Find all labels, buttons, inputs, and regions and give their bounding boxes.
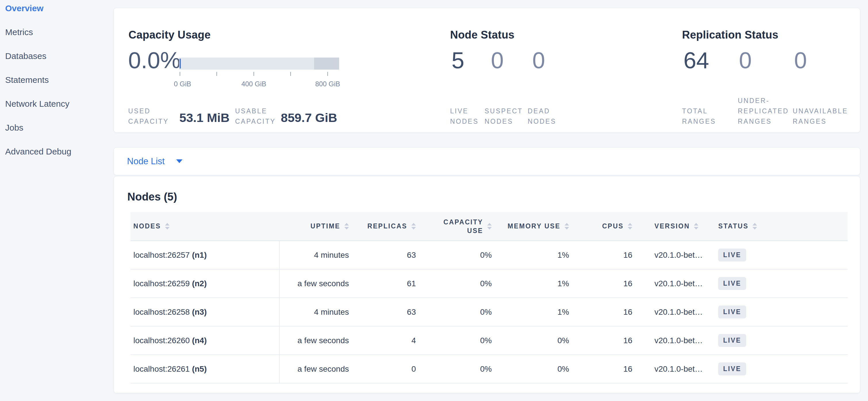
axis-tick	[216, 72, 217, 76]
memory-use-cell: 0%	[495, 355, 572, 383]
column-header-version[interactable]: VERSION	[635, 212, 717, 241]
status-badge: LIVE	[718, 277, 746, 290]
replicas-cell: 63	[352, 241, 419, 269]
live-nodes-label: LIVE NODES	[450, 106, 483, 126]
sort-icon	[487, 223, 492, 230]
column-header-status[interactable]: STATUS	[717, 212, 847, 241]
node-address[interactable]: localhost:26258	[133, 308, 190, 316]
status-cell: LIVE	[717, 355, 847, 383]
axis-tick	[328, 72, 328, 76]
node-id: (n1)	[192, 251, 207, 259]
sort-icon	[564, 223, 569, 230]
table-row: localhost:26259 (n2) a few seconds 61 0%…	[130, 269, 847, 298]
sidebar-item-network-latency[interactable]: Network Latency	[5, 99, 114, 108]
column-header-replicas[interactable]: REPLICAS	[352, 212, 419, 241]
node-id: (n5)	[192, 365, 207, 373]
usable-capacity-value: 859.7 GiB	[281, 111, 337, 125]
nodes-section-title: Nodes (5)	[127, 191, 177, 203]
column-header-memory-use[interactable]: MEMORY USE	[495, 212, 572, 241]
status-badge: LIVE	[718, 363, 746, 375]
capacity-use-cell: 0%	[419, 269, 495, 298]
status-cell: LIVE	[717, 241, 847, 269]
node-address-cell[interactable]: localhost:26261 (n5)	[130, 355, 279, 383]
column-header-uptime[interactable]: UPTIME	[279, 212, 352, 241]
version-cell: v20.1.0-bet…	[635, 241, 717, 269]
admin-ui-page: Overview Metrics Databases Statements Ne…	[0, 0, 868, 401]
capacity-usage-title: Capacity Usage	[128, 29, 211, 41]
dead-nodes-count: 0	[532, 48, 545, 73]
table-row: localhost:26261 (n5) a few seconds 0 0% …	[130, 355, 847, 383]
column-header-capacity-use[interactable]: CAPACITY USE	[419, 212, 495, 241]
capacity-bar-axis: 0 GiB 400 GiB 800 GiB	[179, 72, 339, 92]
cpus-cell: 16	[572, 241, 635, 269]
main-content: Capacity Usage 0.0% 0 GiB 400 GiB 800 Gi…	[114, 0, 868, 401]
sidebar-item-statements[interactable]: Statements	[5, 76, 114, 84]
sidebar-item-jobs[interactable]: Jobs	[5, 123, 114, 132]
node-address[interactable]: localhost:26260	[133, 336, 190, 345]
node-id: (n2)	[192, 279, 207, 288]
node-id: (n3)	[192, 308, 207, 316]
sidebar-item-advanced-debug[interactable]: Advanced Debug	[5, 147, 114, 156]
capacity-bar-right-segment	[314, 58, 339, 69]
capacity-bar-used-marker	[180, 59, 181, 68]
column-header-label: STATUS	[718, 222, 748, 230]
memory-use-cell: 1%	[495, 269, 572, 298]
sidebar-item-overview[interactable]: Overview	[5, 4, 114, 13]
unavailable-ranges-count: 0	[794, 48, 807, 73]
axis-tick-label: 800 GiB	[315, 80, 340, 88]
column-header-nodes[interactable]: NODES	[130, 212, 279, 241]
status-cell: LIVE	[717, 269, 847, 298]
column-header-label: VERSION	[654, 222, 690, 230]
status-badge: LIVE	[718, 306, 746, 318]
table-row: localhost:26258 (n3) 4 minutes 63 0% 1% …	[130, 298, 847, 326]
column-header-label: NODES	[133, 222, 161, 230]
uptime-cell: 4 minutes	[279, 241, 352, 269]
status-badge: LIVE	[718, 334, 746, 347]
node-address-cell[interactable]: localhost:26257 (n1)	[130, 241, 279, 269]
under-replicated-ranges-label: UNDER-REPLICATED RANGES	[738, 95, 795, 126]
capacity-bar-chart	[179, 58, 339, 69]
capacity-use-cell: 0%	[419, 241, 495, 269]
nodes-table: NODES UPTIME REPLICAS CAPACITY USE MEMOR	[130, 212, 847, 383]
axis-tick	[180, 72, 180, 76]
version-cell: v20.1.0-bet…	[635, 326, 717, 355]
chevron-down-icon	[176, 160, 183, 163]
uptime-cell: a few seconds	[279, 355, 352, 383]
sidebar: Overview Metrics Databases Statements Ne…	[0, 0, 114, 401]
node-address[interactable]: localhost:26257	[133, 251, 190, 259]
nodes-table-body: localhost:26257 (n1) 4 minutes 63 0% 1% …	[130, 241, 847, 383]
axis-tick	[290, 72, 291, 76]
node-address[interactable]: localhost:26259	[133, 279, 190, 288]
capacity-used-percent: 0.0%	[128, 48, 181, 73]
uptime-cell: a few seconds	[279, 326, 352, 355]
cpus-cell: 16	[572, 326, 635, 355]
version-cell: v20.1.0-bet…	[635, 298, 717, 326]
node-status-title: Node Status	[450, 29, 515, 41]
capacity-use-cell: 0%	[419, 298, 495, 326]
node-address-cell[interactable]: localhost:26258 (n3)	[130, 298, 279, 326]
column-header-label: CAPACITY USE	[443, 218, 483, 235]
node-address-cell[interactable]: localhost:26259 (n2)	[130, 269, 279, 298]
node-list-dropdown[interactable]: Node List	[114, 147, 860, 175]
sidebar-nav: Overview Metrics Databases Statements Ne…	[5, 4, 114, 156]
axis-tick-label: 400 GiB	[242, 80, 267, 88]
column-header-label: REPLICAS	[367, 222, 407, 230]
replicas-cell: 0	[352, 355, 419, 383]
sidebar-item-databases[interactable]: Databases	[5, 52, 114, 60]
uptime-cell: 4 minutes	[279, 298, 352, 326]
node-address[interactable]: localhost:26261	[133, 365, 190, 373]
replicas-cell: 61	[352, 269, 419, 298]
node-address-cell[interactable]: localhost:26260 (n4)	[130, 326, 279, 355]
sidebar-item-metrics[interactable]: Metrics	[5, 28, 114, 36]
version-cell: v20.1.0-bet…	[635, 355, 717, 383]
cpus-cell: 16	[572, 269, 635, 298]
status-badge: LIVE	[718, 249, 746, 261]
used-capacity-value: 53.1 MiB	[179, 111, 229, 125]
column-header-cpus[interactable]: CPUS	[572, 212, 635, 241]
status-cell: LIVE	[717, 298, 847, 326]
column-header-label: CPUS	[602, 222, 624, 230]
replicas-cell: 4	[352, 326, 419, 355]
version-cell: v20.1.0-bet…	[635, 269, 717, 298]
table-row: localhost:26257 (n1) 4 minutes 63 0% 1% …	[130, 241, 847, 269]
total-ranges-count: 64	[683, 48, 709, 73]
